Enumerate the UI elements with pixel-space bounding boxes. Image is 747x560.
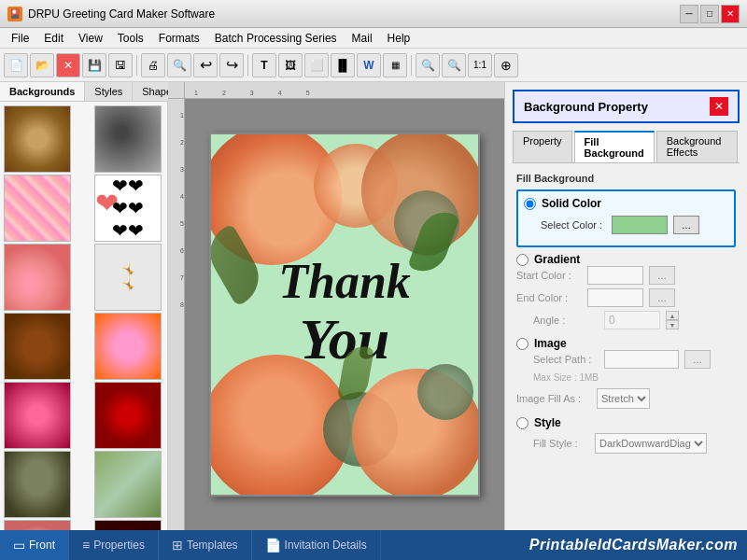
gradient-radio-row: Gradient — [516, 253, 736, 266]
tb-zoom-out[interactable]: 🔍 — [442, 53, 466, 77]
close-button[interactable]: ✕ — [721, 5, 740, 23]
tab-background-effects[interactable]: Background Effects — [656, 131, 738, 162]
solid-color-radio-row: Solid Color — [524, 197, 728, 210]
properties-icon: ≡ — [82, 538, 90, 553]
fill-style-row: Fill Style : DarkDownwardDiagonal LightD… — [533, 433, 736, 454]
tb-save-as[interactable]: 🖫 — [108, 53, 133, 77]
ruler-left: 1 2 3 4 5 6 7 8 — [168, 99, 185, 530]
path-browse-button: … — [684, 350, 711, 369]
style-radio[interactable] — [516, 417, 529, 429]
solid-color-section: Solid Color Select Color : … — [516, 189, 736, 247]
style-section: Style Fill Style : DarkDownwardDiagonal … — [516, 416, 736, 454]
list-item[interactable] — [4, 520, 71, 530]
angle-up: ▲ — [666, 311, 679, 320]
menu-batch[interactable]: Batch Processing Series — [207, 30, 345, 47]
gradient-label: Gradient — [534, 253, 580, 266]
menu-formats[interactable]: Formats — [151, 30, 207, 47]
list-item[interactable] — [94, 382, 162, 449]
tab-templates[interactable]: ⊞ Templates — [159, 530, 252, 560]
tab-fill-background[interactable]: Fill Background — [574, 131, 655, 162]
tb-close[interactable]: ✕ — [56, 53, 80, 77]
style-label: Style — [534, 416, 561, 429]
tab-front[interactable]: ▭ Front — [0, 530, 69, 560]
card-canvas[interactable]: Thank You — [185, 99, 504, 530]
front-icon: ▭ — [13, 538, 25, 553]
list-item[interactable] — [94, 313, 162, 380]
start-color-label: Start Color : — [516, 270, 582, 281]
end-color-browse: … — [649, 288, 675, 307]
tb-zoom-in[interactable]: 🔍 — [416, 53, 440, 77]
tb-zoom-window[interactable]: ⊕ — [494, 53, 518, 77]
greeting-card[interactable]: Thank You — [209, 133, 480, 497]
tb-image[interactable]: 🖼 — [278, 53, 303, 77]
tab-styles[interactable]: Styles — [85, 82, 133, 101]
minimize-button[interactable]: ─ — [680, 5, 698, 23]
toolbar-separator-2 — [247, 55, 248, 76]
color-swatch[interactable] — [612, 216, 668, 234]
tab-invitation-details[interactable]: 📄 Invitation Details — [252, 530, 381, 560]
tb-undo[interactable]: ↩ — [193, 53, 218, 77]
menu-help[interactable]: Help — [380, 30, 418, 47]
tb-save[interactable]: 💾 — [82, 53, 106, 77]
list-item[interactable] — [4, 382, 71, 449]
style-radio-row: Style — [516, 416, 736, 429]
toolbar-separator-3 — [411, 55, 412, 76]
background-property-close[interactable]: ✕ — [710, 97, 728, 116]
start-color-browse: … — [649, 266, 675, 285]
image-label: Image — [534, 337, 567, 350]
image-fill-select: Stretch Tile Center Fit — [597, 388, 650, 409]
list-item[interactable] — [4, 175, 71, 242]
tab-properties[interactable]: ≡ Properties — [69, 530, 159, 560]
tb-shape[interactable]: ⬜ — [304, 53, 329, 77]
bottom-bar: ▭ Front ≡ Properties ⊞ Templates 📄 Invit… — [0, 530, 747, 560]
menu-view[interactable]: View — [71, 30, 110, 47]
image-radio[interactable] — [516, 338, 529, 350]
list-item[interactable] — [4, 244, 71, 311]
max-size-note: Max Size : 1MB — [533, 372, 736, 383]
tb-excel[interactable]: ▦ — [383, 53, 407, 77]
menu-mail[interactable]: Mail — [345, 30, 380, 47]
angle-row: Angle : ▲ ▼ — [533, 311, 736, 329]
toolbar: 📄 📂 ✕ 💾 🖫 🖨 🔍 ↩ ↪ T 🖼 ⬜ ▐▌ W ▦ 🔍 🔍 1:1 ⊕ — [0, 49, 747, 82]
list-item[interactable]: ❤❤❤❤❤❤ — [94, 175, 162, 242]
tb-word[interactable]: W — [357, 53, 381, 77]
tb-text[interactable]: T — [252, 53, 276, 77]
invitation-icon: 📄 — [265, 538, 281, 553]
gradient-radio[interactable] — [516, 254, 529, 266]
tb-barcode[interactable]: ▐▌ — [331, 53, 355, 77]
tb-print[interactable]: 🖨 — [141, 53, 165, 77]
tb-open[interactable]: 📂 — [30, 53, 54, 77]
list-item[interactable] — [94, 520, 162, 530]
list-item[interactable]: 🤸🤸 — [94, 244, 162, 311]
tb-fit[interactable]: 1:1 — [468, 53, 492, 77]
angle-spinner: ▲ ▼ — [666, 311, 679, 329]
toolbar-separator-1 — [136, 55, 137, 76]
list-item[interactable] — [94, 451, 162, 518]
thumbnail-grid: ❤❤❤❤❤❤ 🤸🤸 — [0, 102, 188, 530]
menu-edit[interactable]: Edit — [36, 30, 71, 47]
list-item[interactable] — [94, 105, 162, 173]
tab-property[interactable]: Property — [513, 131, 572, 162]
left-panel: Backgrounds Styles Shapes ❤❤❤❤❤❤ 🤸🤸 — [0, 82, 168, 530]
menu-file[interactable]: File — [4, 30, 36, 47]
tb-new[interactable]: 📄 — [4, 53, 28, 77]
tab-front-label: Front — [29, 539, 55, 552]
color-browse-button[interactable]: … — [673, 216, 699, 234]
select-color-label: Select Color : — [541, 219, 606, 231]
tb-print-preview[interactable]: 🔍 — [167, 53, 191, 77]
list-item[interactable] — [4, 313, 71, 380]
watermark-text: PrintableIdCardsMaker.com — [529, 537, 738, 553]
list-item[interactable] — [4, 451, 71, 518]
tb-redo[interactable]: ↪ — [219, 53, 244, 77]
thank-text: Thank — [278, 258, 411, 306]
end-color-label: End Color : — [516, 292, 582, 303]
solid-color-radio[interactable] — [524, 198, 536, 210]
ruler-corner — [168, 82, 185, 99]
menu-tools[interactable]: Tools — [110, 30, 151, 47]
list-item[interactable] — [4, 105, 71, 173]
tab-backgrounds[interactable]: Backgrounds — [0, 82, 85, 101]
maximize-button[interactable]: □ — [700, 5, 719, 23]
select-color-row: Select Color : … — [541, 216, 728, 234]
angle-input — [604, 311, 660, 329]
end-color-row: End Color : … — [516, 288, 736, 307]
